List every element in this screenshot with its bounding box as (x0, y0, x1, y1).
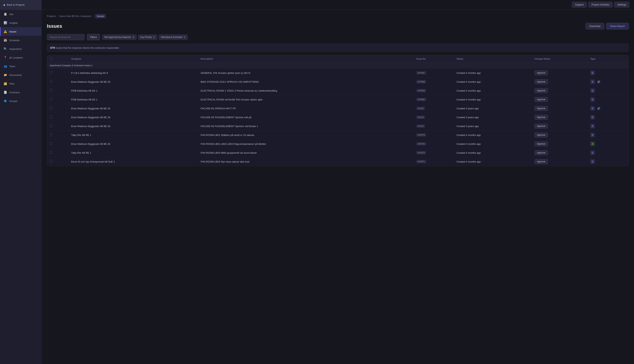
status-cell-10: Created 4 months ago (454, 157, 532, 166)
row-checkbox-5[interactable] (50, 116, 53, 118)
table-body: Apartment Complex A Common Areas 1P o B:… (47, 63, 628, 166)
documents-icon: 📁 (4, 73, 7, 77)
issues-table-container: AssigneeDescriptionIssue NoStatusChange … (47, 55, 629, 166)
type-cell-9: E (590, 150, 626, 155)
team-icon: 👥 (4, 64, 7, 68)
status-cell-7: Created 4 months ago (454, 131, 532, 140)
main-content: Projects/Nova Park BR (Kv. Analysen)/Iss… (42, 10, 634, 364)
sidebar-item-label: Files (9, 82, 14, 85)
row-checkbox-7[interactable] (50, 133, 53, 136)
type-cell-10: E (590, 159, 626, 164)
approve-button-4[interactable]: Approve (534, 106, 548, 111)
filter-tag-close-2[interactable]: ✕ (183, 36, 186, 39)
issue-no-badge-8: #47970 (416, 142, 426, 146)
share-report-button[interactable]: Share Report (606, 23, 629, 30)
filters-button[interactable]: Filters (87, 34, 100, 40)
type-badge-6: E (590, 124, 595, 128)
issue-no-badge-0: #47981 (416, 71, 426, 74)
table-row: Täby Rör AB RE 1FAN ROOM LB01 Ställdon p… (47, 131, 628, 140)
breadcrumb-item-0[interactable]: Projects (47, 15, 56, 18)
sidebar-item-groups[interactable]: 🔷Groups (0, 97, 41, 105)
approve-button-6[interactable]: Approve (534, 124, 548, 128)
approve-button-2[interactable]: Approve (534, 88, 548, 93)
row-checkbox-9[interactable] (50, 151, 53, 154)
approve-button-3[interactable]: Approve (534, 97, 548, 102)
back-arrow-icon: ◀ (3, 4, 5, 6)
breadcrumb-separator: / (57, 15, 58, 18)
row-checkbox-2[interactable] (50, 89, 53, 92)
filter-tag-0: Not Approved by Inspector✕ (102, 34, 136, 40)
settings-button[interactable]: Settings (614, 2, 629, 8)
filter-tag-close-0[interactable]: ✕ (132, 36, 135, 39)
issues-icon: ⚠️ (4, 30, 7, 33)
summary-bar: 479 issues that the inspector deems the … (47, 44, 629, 52)
assignee-cell-10: Etcon El och styr Entreprenad AB SuE 1 (68, 157, 198, 166)
issue-no-badge-2: #47964 (416, 89, 426, 92)
description-cell-5: FACADE 9S FASADELEMENT Spricka mitt på (198, 113, 413, 122)
status-cell-4: Created 3 years ago (454, 104, 532, 113)
locations-icon: 📍 (4, 56, 7, 59)
page-header: Issues Download Share Report (47, 23, 629, 30)
sidebar-item-locations[interactable]: 📍@ Locations (0, 53, 41, 62)
sidebar-item-contracts[interactable]: 📄Contracts (0, 88, 41, 97)
assignee-cell-4: Einar Mattsson Byggnads AB BE 26 (68, 104, 198, 113)
sidebar-item-schedule[interactable]: 📅Schedule (0, 36, 41, 44)
table-row: Einar Mattsson Byggnads AB BE 26BIKE STO… (47, 78, 628, 86)
status-cell-3: Created 4 months ago (454, 95, 532, 104)
sidebar-item-insights[interactable]: 📊Insights (0, 18, 41, 27)
row-checkbox-4[interactable] (50, 107, 53, 110)
row-checkbox-8[interactable] (50, 142, 53, 145)
assignee-cell-5: Einar Mattsson Byggnads AB BE 26 (68, 113, 198, 122)
row-checkbox-6[interactable] (50, 124, 53, 127)
sidebar-item-issues[interactable]: ⚠️Issues (0, 27, 41, 36)
table-header-2: Description (198, 55, 413, 63)
issue-no-badge-6: #1123 (416, 124, 425, 128)
project-activities-button[interactable]: Project Activities (588, 2, 613, 8)
support-button[interactable]: Support (572, 2, 587, 8)
header-actions: Download Share Report (585, 23, 629, 30)
approve-button-8[interactable]: Approve (534, 142, 548, 146)
table-row: Einar Mattsson Byggnads AB BE 26FACADE 8… (47, 104, 628, 113)
row-checkbox-10[interactable] (50, 160, 53, 163)
approve-button-5[interactable]: Approve (534, 115, 548, 120)
table-header-5: Change Status (532, 55, 587, 63)
breadcrumb-item-1[interactable]: Nova Park BR (Kv. Analysen) (60, 15, 92, 18)
filter-tag-2: Attendance Excluded✕ (159, 34, 188, 40)
approve-button-7[interactable]: Approve (534, 132, 548, 138)
type-cell-3: E (590, 97, 626, 102)
sidebar-item-documents[interactable]: 📁Documents (0, 70, 41, 79)
sidebar-item-team[interactable]: 👥Team (0, 62, 41, 70)
sidebar-item-info[interactable]: 📋Info (0, 10, 41, 18)
type-badge-4: E (590, 106, 595, 111)
approve-button-10[interactable]: Approve (534, 159, 548, 164)
sidebar-item-files[interactable]: 🗂️Files (0, 79, 41, 88)
row-checkbox-0[interactable] (50, 71, 53, 74)
filter-tags: Not Approved by Inspector✕Any Priority✕A… (102, 34, 188, 40)
type-cell-0: E (590, 70, 626, 75)
status-cell-2: Created 4 months ago (454, 86, 532, 95)
issue-no-badge-4: #1120 (416, 107, 425, 110)
approve-button-1[interactable]: Approve (534, 79, 548, 84)
approve-button-0[interactable]: Approve (534, 70, 548, 75)
row-checkbox-3[interactable] (50, 98, 53, 101)
table-row: Einar Mattsson Byggnads AB BE 26FACADE 9… (47, 122, 628, 131)
approve-button-9[interactable]: Approve (534, 150, 548, 155)
type-badge-0: E (590, 70, 595, 75)
sidebar-item-inspections[interactable]: 🔍Inspections (0, 44, 41, 53)
description-cell-1: BIKE STORAGE GOLV SPRICKA VID OMFATTNING (198, 78, 413, 86)
description-cell-0: GENERAL TAK Armatur glober lyser ej 100 … (198, 68, 413, 78)
table-header-3: Issue No (413, 55, 454, 63)
breadcrumb: Projects/Nova Park BR (Kv. Analysen)/Iss… (47, 14, 629, 18)
back-to-projects-button[interactable]: ◀ Back to Projects (0, 0, 41, 10)
select-all-checkbox[interactable] (50, 57, 53, 60)
search-input[interactable] (47, 34, 85, 40)
type-cell-5: E (590, 115, 626, 120)
link-icon-4[interactable]: 🔗 (597, 106, 600, 110)
type-cell-4: E🔗 (590, 106, 626, 111)
sidebar: ◀ Back to Projects 📋Info📊Insights⚠️Issue… (0, 0, 42, 364)
sidebar-item-label: Info (9, 13, 14, 16)
link-icon-1[interactable]: 🔗 (597, 80, 600, 84)
row-checkbox-1[interactable] (50, 80, 53, 83)
download-button[interactable]: Download (585, 23, 604, 30)
filter-tag-close-1[interactable]: ✕ (153, 36, 155, 39)
